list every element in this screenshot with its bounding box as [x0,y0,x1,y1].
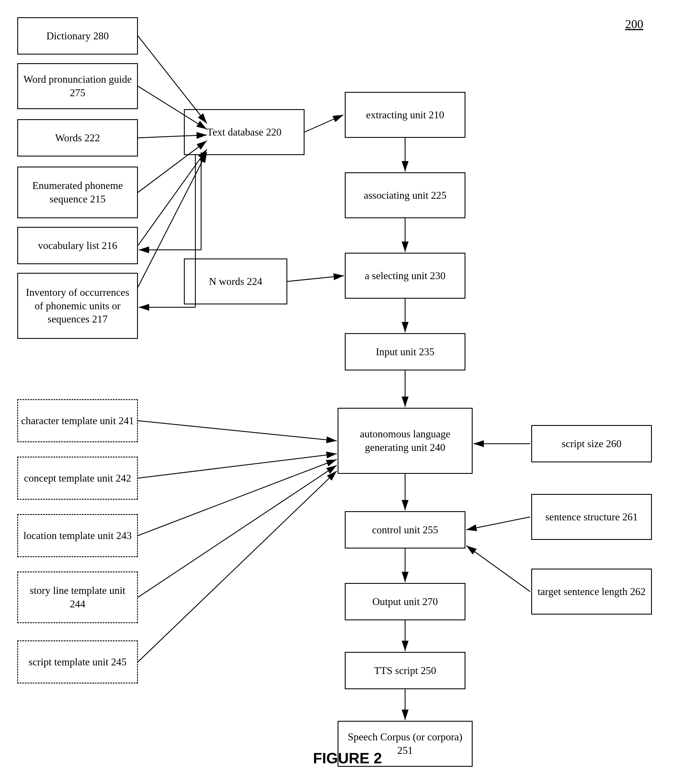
enumerated-phoneme-box: Enumerated phoneme sequence 215 [17,166,138,218]
n-words-box: N words 224 [184,259,287,305]
svg-line-19 [138,460,337,535]
autonomous-unit-box: autonomous language generating unit 240 [338,408,473,474]
svg-line-23 [466,517,530,530]
script-size-box: script size 260 [531,425,652,462]
diagram-container: 200 Dictionary 280 Word pronunciation gu… [0,0,695,784]
target-sentence-length-box: target sentence length 262 [531,568,652,614]
svg-line-18 [138,454,337,478]
control-unit-box: control unit 255 [345,511,466,548]
dictionary-box: Dictionary 280 [17,17,138,54]
sentence-structure-box: sentence structure 261 [531,494,652,540]
story-line-template-box: story line template unit 244 [17,572,138,623]
input-unit-box: Input unit 235 [345,333,466,371]
svg-line-7 [305,115,343,132]
text-database-box: Text database 220 [184,109,305,155]
ref-number: 200 [625,17,643,31]
svg-line-24 [466,546,530,591]
output-unit-box: Output unit 270 [345,583,466,620]
figure-label: FIGURE 2 [313,749,382,767]
associating-unit-box: associating unit 225 [345,172,466,218]
svg-line-5 [138,149,207,245]
selecting-unit-box: a selecting unit 230 [345,253,466,299]
word-pronunciation-box: Word pronunciation guide 275 [17,63,138,109]
tts-script-box: TTS script 250 [345,652,466,689]
inventory-box: Inventory of occurrences of phonemic uni… [17,273,138,339]
extracting-unit-box: extracting unit 210 [345,92,466,138]
words-box: Words 222 [17,119,138,156]
svg-line-20 [138,465,337,597]
concept-template-box: concept template unit 242 [17,456,138,500]
vocabulary-list-box: vocabulary list 216 [17,227,138,264]
location-template-box: location template unit 243 [17,514,138,557]
character-template-box: character template unit 241 [17,399,138,442]
svg-line-17 [138,421,337,441]
svg-line-10 [287,276,344,282]
svg-line-21 [138,471,337,662]
script-template-box: script template unit 245 [17,641,138,684]
